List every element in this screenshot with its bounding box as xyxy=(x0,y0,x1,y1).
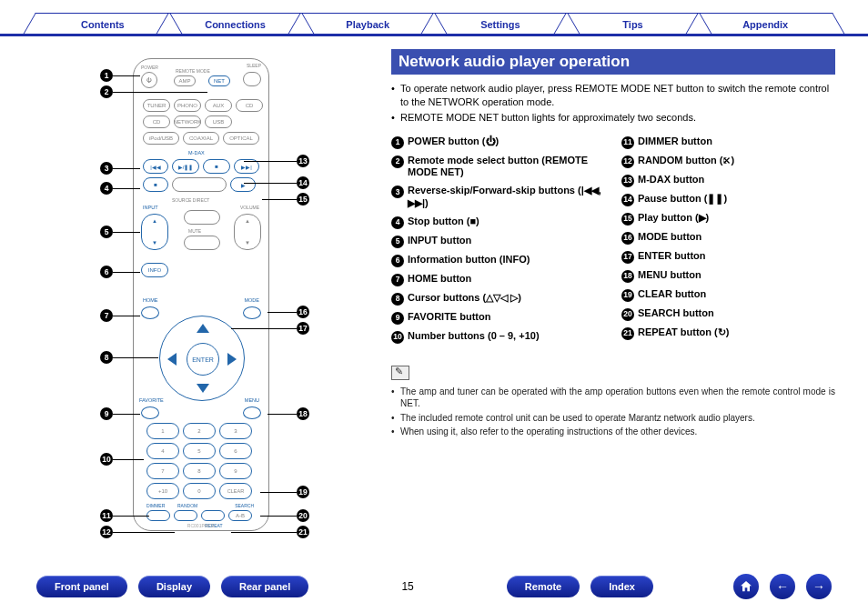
item-label: REPEAT button (↻) xyxy=(638,326,729,339)
info-button: INFO xyxy=(141,263,168,277)
home-label: HOME xyxy=(143,297,158,303)
callout-3: 3 xyxy=(100,162,113,175)
intro-item: To operate network audio player, press R… xyxy=(391,82,835,109)
note-item: When using it, also refer to the operati… xyxy=(391,426,835,438)
sleep-label: SLEEP xyxy=(247,63,261,68)
net-mode-button: NET xyxy=(208,75,230,86)
sleep-button xyxy=(243,72,261,86)
link-remote[interactable]: Remote xyxy=(507,576,580,597)
dimmer-label: DIMMER xyxy=(146,503,165,508)
item-label: MENU button xyxy=(638,269,701,282)
enter-button: ENTER xyxy=(187,343,219,376)
item-label: POWER button (⏻) xyxy=(408,135,499,148)
home-icon xyxy=(739,579,753,594)
tab-playback[interactable]: Playback xyxy=(301,13,434,34)
remote-model: RC001PMCD xyxy=(134,523,268,528)
source-direct-button xyxy=(184,210,220,225)
source-direct-label: SOURCE DIRECT xyxy=(172,197,209,203)
notes-list: The amp and tuner can be operated with t… xyxy=(391,386,835,438)
power-button: ⏻ xyxy=(141,72,157,88)
callout-1: 1 xyxy=(100,69,113,82)
mode-button xyxy=(243,306,261,319)
repeat-button xyxy=(201,510,225,521)
item-label: M-DAX button xyxy=(638,174,704,186)
tab-tips[interactable]: Tips xyxy=(567,13,700,34)
random-label: RANDOM xyxy=(177,503,197,508)
tab-connections[interactable]: Connections xyxy=(169,13,302,34)
remote-mode-label: REMOTE MODE xyxy=(176,68,210,74)
home-button xyxy=(141,306,159,319)
input-rocker: ▲▼ xyxy=(141,214,168,250)
note-item: The amp and tuner can be operated with t… xyxy=(391,386,835,410)
link-front-panel[interactable]: Front panel xyxy=(36,576,127,597)
mute-button xyxy=(184,236,220,250)
item-label: Play button (▶) xyxy=(638,212,709,225)
tab-contents[interactable]: Contents xyxy=(36,13,169,34)
arrow-left-icon: ← xyxy=(776,579,789,594)
callout-11: 11 xyxy=(100,509,113,522)
prev-page-button[interactable]: ← xyxy=(770,574,795,599)
callout-10: 10 xyxy=(100,453,113,466)
callout-5: 5 xyxy=(100,226,113,238)
amp-mode-button: AMP xyxy=(174,75,196,86)
intro-list: To operate network audio player, press R… xyxy=(391,82,835,125)
tab-settings[interactable]: Settings xyxy=(434,13,567,34)
callout-8: 8 xyxy=(100,351,113,364)
plus10-button: +10 xyxy=(146,483,179,499)
callout-14: 14 xyxy=(297,176,309,189)
items-column-left: 1POWER button (⏻) 2Remote mode select bu… xyxy=(391,135,605,349)
clear-button: CLEAR xyxy=(219,483,252,499)
intro-item: REMOTE MODE NET button lights for approx… xyxy=(391,111,835,125)
callout-16: 16 xyxy=(297,306,309,318)
mute-label: MUTE xyxy=(188,228,201,234)
home-nav-button[interactable] xyxy=(733,574,759,599)
page-number: 15 xyxy=(389,580,426,593)
item-label: DIMMER button xyxy=(638,135,712,148)
link-index[interactable]: Index xyxy=(590,576,653,597)
item-label: HOME button xyxy=(408,273,471,286)
favorite-label: FAVORITE xyxy=(139,397,164,403)
callout-21: 21 xyxy=(297,526,309,538)
bottom-bar: Front panel Display Rear panel 15 Remote… xyxy=(0,574,868,599)
callout-19: 19 xyxy=(297,486,309,498)
callout-2: 2 xyxy=(100,85,113,98)
callout-18: 18 xyxy=(297,407,309,420)
item-label: Cursor buttons (△▽◁ ▷) xyxy=(408,292,521,305)
volume-label: VOLUME xyxy=(240,205,259,210)
callout-17: 17 xyxy=(297,322,309,335)
link-rear-panel[interactable]: Rear panel xyxy=(221,576,308,597)
favorite-button xyxy=(141,406,159,419)
callout-6: 6 xyxy=(100,266,113,278)
arrow-right-icon: → xyxy=(812,579,825,594)
item-label: SEARCH button xyxy=(638,307,714,320)
tab-appendix[interactable]: Appendix xyxy=(699,13,832,34)
item-label: Stop button (■) xyxy=(408,216,479,228)
item-label: CLEAR button xyxy=(638,288,706,301)
item-label: RANDOM button (⤪) xyxy=(638,155,734,167)
callout-9: 9 xyxy=(100,407,113,420)
power-label: POWER xyxy=(141,65,158,70)
menu-label: MENU xyxy=(245,397,259,403)
callout-4: 4 xyxy=(100,182,113,195)
random-button xyxy=(174,510,197,521)
item-label: INPUT button xyxy=(408,235,471,247)
items-column-right: 11DIMMER button 12RANDOM button (⤪) 13M-… xyxy=(621,135,835,349)
search-button: A-B xyxy=(228,510,252,521)
item-label: ENTER button xyxy=(638,250,706,263)
item-label: MODE button xyxy=(638,231,701,244)
remote-outline: POWER ⏻ REMOTE MODE AMP NET SLEEP TUNER … xyxy=(133,58,269,531)
link-display[interactable]: Display xyxy=(138,576,210,597)
next-page-button[interactable]: → xyxy=(806,574,832,599)
menu-button xyxy=(243,406,261,419)
note-item: The included remote control unit can be … xyxy=(391,412,835,425)
input-label: INPUT xyxy=(143,205,158,210)
content-column: Network audio player operation To operat… xyxy=(391,49,835,546)
mdax-label: M-DAX xyxy=(188,150,205,156)
callout-13: 13 xyxy=(297,155,309,167)
section-title: Network audio player operation xyxy=(391,49,835,75)
callout-12: 12 xyxy=(100,526,113,538)
top-tabs: Contents Connections Playback Settings T… xyxy=(0,0,868,36)
item-label: Number buttons (0 – 9, +10) xyxy=(408,330,540,343)
item-label: Remote mode select button (REMOTE MODE N… xyxy=(408,155,605,180)
dimmer-button xyxy=(146,510,170,521)
